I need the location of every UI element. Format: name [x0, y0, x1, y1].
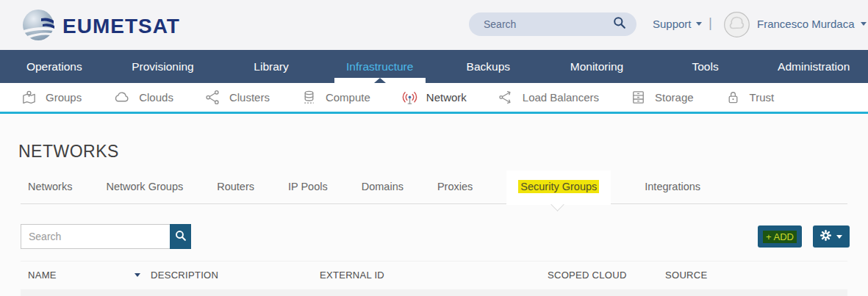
subnav-item-groups[interactable]: Groups [21, 89, 82, 106]
networks-page: NETWORKS Networks Network Groups Routers… [0, 114, 868, 296]
groups-map-pin-icon [21, 89, 37, 106]
subnav-item-clusters[interactable]: Clusters [204, 89, 270, 106]
user-name: Francesco Murdaca [757, 18, 855, 30]
eumetsat-globe-icon [22, 9, 54, 44]
column-header-external-id[interactable]: EXTERNAL ID [320, 270, 548, 281]
security-groups-table-header: NAME DESCRIPTION EXTERNAL ID SCOPED CLOU… [21, 261, 847, 290]
header-divider: | [709, 15, 712, 31]
gear-icon [820, 230, 831, 243]
column-label: NAME [28, 270, 57, 281]
networks-tabs: Networks Network Groups Routers IP Pools… [21, 170, 847, 204]
load-balancer-icon [498, 89, 514, 106]
tab-proxies[interactable]: Proxies [437, 170, 473, 203]
nav-item-library[interactable]: Library [217, 50, 326, 83]
page-title: NETWORKS [18, 142, 119, 162]
table-row [21, 289, 847, 296]
subnav-label: Storage [655, 91, 694, 104]
network-antenna-icon [401, 89, 418, 106]
add-button[interactable]: + ADD [758, 225, 802, 248]
subnav-item-compute[interactable]: Compute [301, 89, 370, 106]
subnav-item-load-balancers[interactable]: Load Balancers [498, 89, 599, 106]
search-icon [175, 230, 187, 244]
tab-networks[interactable]: Networks [28, 170, 72, 203]
compute-stack-icon [301, 89, 318, 106]
avatar[interactable] [724, 12, 750, 37]
subnav-label: Network [426, 91, 467, 104]
search-icon[interactable] [613, 16, 626, 32]
column-header-name[interactable]: NAME [28, 270, 151, 281]
nav-item-backups[interactable]: Backups [434, 50, 543, 83]
tab-security-groups[interactable]: Security Groups [506, 170, 611, 203]
column-header-source[interactable]: SOURCE [665, 270, 847, 281]
global-search [469, 12, 636, 36]
cloud-icon [112, 89, 131, 106]
subnav-label: Clouds [139, 91, 173, 104]
settings-dropdown-button[interactable] [813, 225, 850, 248]
subnav-item-storage[interactable]: Storage [630, 89, 694, 106]
add-button-label: + ADD [763, 231, 797, 243]
user-menu[interactable]: Francesco Murdaca [757, 18, 867, 30]
storage-drawers-icon [630, 89, 647, 106]
subnav-label: Groups [46, 91, 82, 104]
nav-item-monitoring[interactable]: Monitoring [542, 50, 651, 83]
subnav-item-network[interactable]: Network [401, 89, 467, 106]
search-highlight: Security Groups [518, 180, 599, 193]
table-search-input[interactable] [21, 224, 170, 249]
subnav-label: Load Balancers [523, 91, 599, 104]
column-header-description[interactable]: DESCRIPTION [151, 270, 320, 281]
support-menu[interactable]: Support [653, 18, 702, 30]
subnav-item-trust[interactable]: Trust [725, 89, 775, 106]
logo-wordmark: EUMETSAT [62, 15, 180, 38]
caret-down-icon [836, 235, 842, 239]
nav-item-tools[interactable]: Tools [651, 50, 760, 83]
top-header: EUMETSAT Support | Francesco Murdaca [0, 0, 868, 50]
caret-down-icon [696, 22, 702, 26]
trust-padlock-icon [725, 89, 742, 106]
subnav-label: Trust [750, 91, 775, 104]
tab-ip-pools[interactable]: IP Pools [288, 170, 328, 203]
tab-routers[interactable]: Routers [217, 170, 254, 203]
table-search-button[interactable] [170, 224, 191, 249]
sort-desc-icon[interactable] [134, 273, 140, 277]
subnav-label: Compute [326, 91, 370, 104]
infrastructure-sub-nav: Groups Clouds Clusters Compute [0, 83, 868, 114]
table-search [21, 224, 191, 249]
nav-item-administration[interactable]: Administration [759, 50, 868, 83]
tab-network-groups[interactable]: Network Groups [106, 170, 183, 203]
eumetsat-logo[interactable]: EUMETSAT [22, 9, 180, 44]
global-search-input[interactable] [484, 18, 613, 30]
subnav-label: Clusters [229, 91, 270, 104]
tab-domains[interactable]: Domains [362, 170, 403, 203]
nav-item-operations[interactable]: Operations [0, 50, 109, 83]
cluster-nodes-icon [204, 89, 221, 106]
caret-down-icon [861, 22, 867, 26]
support-label: Support [653, 18, 692, 30]
column-header-scoped-cloud[interactable]: SCOPED CLOUD [548, 270, 665, 281]
subnav-item-clouds[interactable]: Clouds [112, 89, 173, 106]
tab-integrations[interactable]: Integrations [645, 170, 700, 203]
main-nav: Operations Provisioning Library Infrastr… [0, 50, 868, 83]
nav-item-infrastructure[interactable]: Infrastructure [326, 50, 434, 83]
nav-item-provisioning[interactable]: Provisioning [109, 50, 218, 83]
